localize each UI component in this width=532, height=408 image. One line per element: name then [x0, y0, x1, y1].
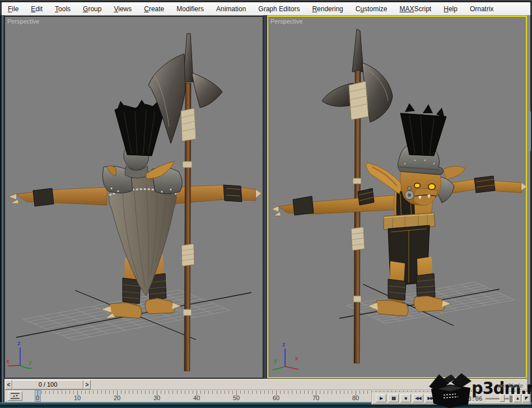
- next-frame-button[interactable]: >: [83, 380, 91, 390]
- window-border-accent: [529, 111, 531, 151]
- ruler-tick: [225, 391, 225, 394]
- viewport-divider[interactable]: [263, 15, 267, 379]
- ruler-tick: [93, 391, 94, 394]
- ruler-tick: [45, 391, 46, 394]
- ruler-tick: [268, 391, 269, 394]
- ruler-tick: [212, 391, 213, 394]
- ruler-tick: [363, 391, 364, 394]
- ruler-tick: [177, 391, 178, 394]
- ruler-tick: [172, 391, 173, 394]
- ruler-tick: [288, 391, 288, 394]
- viewport-left[interactable]: Perspective: [4, 16, 263, 378]
- player-stop-button[interactable]: ■: [400, 394, 411, 402]
- ruler-tick: [367, 391, 368, 394]
- ruler-tick: [244, 391, 245, 394]
- ruler-tick: [105, 391, 106, 394]
- ruler-tick: [240, 391, 241, 394]
- mini-track-bar-icon: [8, 392, 22, 400]
- window-border-right: [527, 15, 532, 402]
- ruler-tick: [284, 391, 284, 394]
- volume-slider-track[interactable]: [486, 398, 509, 400]
- menu-item-file[interactable]: File: [2, 3, 25, 15]
- ruler-tick: [312, 391, 312, 394]
- menu-item-maxscript[interactable]: MAXScript: [394, 3, 438, 15]
- menu-item-animation[interactable]: Animation: [210, 3, 252, 15]
- ruler-tick: [292, 391, 292, 394]
- ruler-tick: [360, 391, 360, 394]
- menu-bar: FileEditToolsGroupViewsCreateModifiersAn…: [2, 2, 530, 16]
- ruler-frame-label: 10: [74, 395, 81, 401]
- 3dsmax-window: FileEditToolsGroupViewsCreateModifiersAn…: [0, 0, 532, 408]
- ruler-tick: [125, 391, 125, 394]
- goblin-model-front-view[interactable]: [272, 103, 526, 316]
- ruler-tick: [49, 391, 50, 394]
- player-pause-button[interactable]: ▮▮: [388, 394, 399, 402]
- window-border-left: [0, 15, 4, 402]
- player-play-button[interactable]: ▶: [376, 394, 386, 402]
- ruler-frame-label: 0: [36, 395, 39, 401]
- ruler-tick: [53, 391, 54, 394]
- ruler-tick: [149, 391, 150, 394]
- ruler-tick: [328, 391, 328, 394]
- ruler-tick: [272, 391, 273, 394]
- menu-item-group[interactable]: Group: [77, 3, 108, 15]
- menu-item-rendering[interactable]: Rendering: [306, 3, 349, 15]
- goblin-model-back-view[interactable]: [8, 100, 262, 318]
- ruler-frame-label: 50: [233, 395, 240, 401]
- svg-text:z: z: [282, 341, 286, 347]
- svg-text:x: x: [6, 358, 10, 364]
- menu-item-help[interactable]: Help: [437, 3, 464, 15]
- viewport-left-label[interactable]: Perspective: [7, 18, 39, 25]
- previous-frame-button[interactable]: <: [5, 380, 12, 390]
- ruler-tick: [296, 391, 297, 394]
- ruler-tick: [141, 391, 142, 394]
- status-text-fragment: per Node: [498, 382, 523, 389]
- ruler-tick: [248, 391, 249, 394]
- ruler-tick: [133, 391, 133, 394]
- ruler-tick: [320, 391, 320, 394]
- viewport-right-active[interactable]: Perspective: [267, 16, 527, 378]
- ruler-tick: [185, 391, 185, 394]
- svg-text:y: y: [29, 359, 32, 365]
- ruler-tick: [304, 391, 305, 394]
- svg-text:x: x: [295, 355, 298, 361]
- ruler-tick: [232, 391, 233, 394]
- ruler-tick: [204, 391, 205, 394]
- ruler-tick: [129, 391, 129, 394]
- ruler-tick: [336, 391, 337, 394]
- menu-item-ornatrix[interactable]: Ornatrix: [464, 3, 500, 15]
- ruler-tick: [161, 391, 161, 394]
- ruler-tick: [97, 391, 98, 394]
- ruler-tick: [69, 391, 70, 394]
- ruler-tick: [352, 391, 352, 394]
- ruler-tick: [101, 391, 102, 394]
- menu-item-create[interactable]: Create: [138, 3, 170, 15]
- menu-item-graph-editors[interactable]: Graph Editors: [252, 3, 306, 15]
- ruler-frame-label: 70: [312, 395, 319, 401]
- time-slider[interactable]: 0 / 100: [12, 380, 83, 390]
- menu-item-customize[interactable]: Customize: [349, 3, 394, 15]
- ruler-tick: [58, 391, 58, 394]
- ruler-tick: [308, 391, 309, 394]
- player-rewind-button[interactable]: ◀◀: [413, 394, 423, 402]
- ruler-frame-label: 30: [153, 395, 160, 401]
- ruler-tick: [165, 391, 165, 394]
- viewport-right-scene: y z x: [268, 17, 526, 377]
- viewport-right-label[interactable]: Perspective: [270, 18, 302, 25]
- ruler-tick: [66, 391, 66, 394]
- menu-item-views[interactable]: Views: [108, 3, 138, 15]
- ruler-tick: [193, 391, 193, 394]
- ruler-tick: [189, 391, 189, 394]
- ruler-tick: [89, 391, 90, 394]
- open-mini-track-bar-button[interactable]: [8, 391, 22, 401]
- ruler-tick: [228, 391, 229, 394]
- ruler-tick: [113, 391, 114, 394]
- svg-text:y: y: [274, 357, 277, 364]
- ruler-tick: [260, 391, 261, 394]
- menu-item-edit[interactable]: Edit: [25, 3, 49, 15]
- menu-item-tools[interactable]: Tools: [49, 3, 77, 15]
- ruler-frame-label: 40: [193, 395, 200, 401]
- ruler-tick: [324, 391, 324, 394]
- menu-item-modifiers[interactable]: Modifiers: [170, 3, 210, 15]
- ruler-tick: [85, 391, 86, 394]
